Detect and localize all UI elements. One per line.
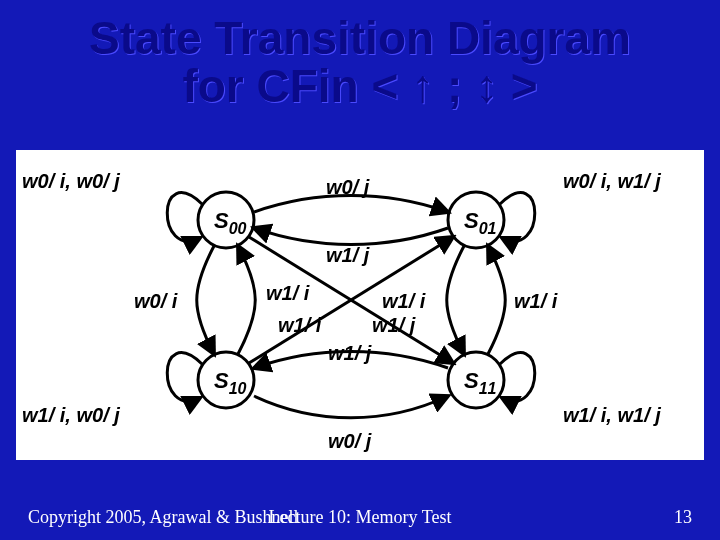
edge-s10-s11	[254, 396, 448, 418]
label-s11-s10: w1/ j	[328, 342, 372, 364]
label-s01-s11: w1/ i	[382, 290, 426, 312]
footer: Copyright 2005, Agrawal & Bushnell Lectu…	[28, 507, 692, 528]
label-s00-s01: w0/ j	[326, 176, 370, 198]
label-s10-s00: w1/ i	[266, 282, 310, 304]
label-s11-s01: w1/ i	[514, 290, 558, 312]
label-s01-s00: w1/ j	[326, 244, 370, 266]
label-s00-self: w0/ i, w0/ j	[22, 170, 120, 192]
edge-s01-s00	[254, 228, 448, 245]
slide-title: State Transition Diagram for CFin < ↑ ; …	[0, 14, 720, 111]
label-s01-self: w0/ i, w1/ j	[563, 170, 661, 192]
label-s00-s11: w1/ j	[372, 314, 416, 336]
label-s00-s10: w0/ i	[134, 290, 178, 312]
state-diagram-svg: S00 S01 S10 S11 w0/ i,	[16, 150, 704, 460]
label-s10-s01: w1/ i	[278, 314, 322, 336]
edge-s00-s10	[197, 246, 214, 354]
footer-lecture: Lecture 10: Memory Test	[28, 507, 692, 528]
edge-s11-s01	[488, 246, 505, 354]
edge-s10-s00	[238, 246, 255, 354]
label-s10-s11: w0/ j	[328, 430, 372, 452]
label-s10-self: w1/ i, w0/ j	[22, 404, 120, 426]
edge-s01-s11	[447, 246, 464, 354]
slide: State Transition Diagram for CFin < ↑ ; …	[0, 0, 720, 540]
label-s11-self: w1/ i, w1/ j	[563, 404, 661, 426]
state-diagram: S00 S01 S10 S11 w0/ i,	[16, 150, 704, 460]
